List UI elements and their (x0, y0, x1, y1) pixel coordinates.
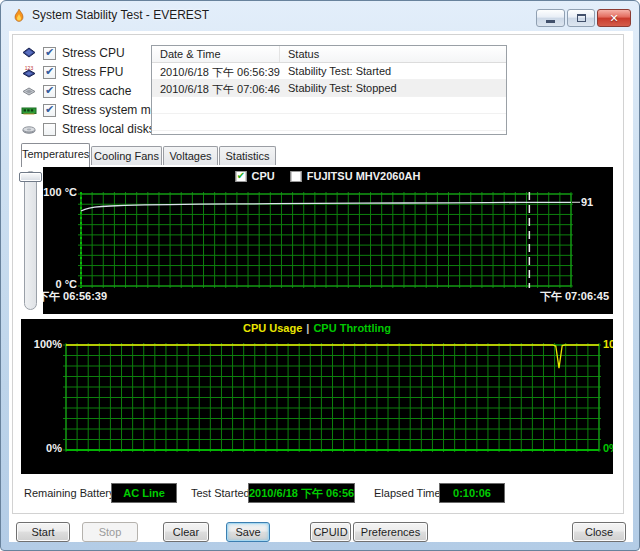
memory-icon (21, 102, 37, 118)
stress-cpu-checkbox[interactable] (43, 47, 56, 60)
column-header-datetime: Date & Time (152, 46, 280, 62)
elapsed-time-value: 0:10:06 (439, 483, 505, 503)
stress-fpu-option[interactable]: 123 Stress FPU (21, 64, 123, 80)
tab-temperatures[interactable]: Temperatures (21, 143, 90, 167)
flame-app-icon (11, 8, 27, 24)
app-window: System Stability Test - EVEREST ✕ Stress… (0, 0, 640, 551)
legend-item-cpu[interactable]: CPU (236, 170, 275, 182)
log-status: Stability Test: Stopped (280, 80, 506, 96)
elapsed-time-label: Elapsed Time: (374, 483, 444, 503)
cpuid-button[interactable]: CPUID (310, 522, 351, 542)
stress-cpu-option[interactable]: Stress CPU (21, 45, 125, 61)
stress-cache-label: Stress cache (62, 84, 131, 98)
usage-chart-title: CPU Usage|CPU Throttling (243, 322, 391, 334)
tab-voltages[interactable]: Voltages (163, 146, 218, 165)
event-log-table: Date & Time Status 2010/6/18 下午 06:56:39… (151, 45, 507, 135)
close-button[interactable]: ✕ (597, 9, 631, 27)
usage-right-min-label: 0% (603, 442, 613, 454)
temperature-legend: CPU FUJITSU MHV2060AH (236, 170, 421, 182)
disk-icon (21, 121, 37, 137)
preferences-button[interactable]: Preferences (353, 522, 428, 542)
log-status: Stability Test: Started (280, 63, 506, 79)
legend-item-fujitsu[interactable]: FUJITSU MHV2060AH (291, 170, 421, 182)
usage-title-separator: | (302, 322, 313, 334)
temperature-scale-slider-thumb[interactable] (19, 172, 42, 182)
temperature-scale-slider-track[interactable] (24, 171, 37, 310)
current-temperature-value: 91 (581, 196, 593, 208)
minimize-icon (546, 20, 555, 23)
y-axis-max-label: 100 °C (43, 186, 77, 198)
stress-disks-option[interactable]: Stress local disks (21, 121, 155, 137)
fpu-icon: 123 (21, 64, 37, 80)
stress-cache-checkbox[interactable] (43, 85, 56, 98)
stress-cache-option[interactable]: Stress cache (21, 83, 131, 99)
temperature-plot (43, 167, 613, 314)
table-row[interactable]: 2010/6/18 下午 07:06:46 Stability Test: St… (152, 80, 506, 97)
start-button[interactable]: Start (16, 522, 70, 542)
stress-disks-label: Stress local disks (62, 122, 155, 136)
x-axis-start-label: 下午 06:56:39 (43, 289, 107, 304)
table-row[interactable]: 2010/6/18 下午 06:56:39 Stability Test: St… (152, 63, 506, 80)
test-started-label: Test Started: (191, 483, 253, 503)
caption-buttons: ✕ (536, 9, 631, 27)
cpu-usage-plot (21, 319, 613, 474)
stress-fpu-label: Stress FPU (62, 65, 123, 79)
clear-button[interactable]: Clear (163, 522, 209, 542)
usage-title-cpu-usage: CPU Usage (243, 322, 302, 334)
title-bar: System Stability Test - EVEREST ✕ (1, 1, 639, 31)
usage-right-max-label: 100% (603, 338, 613, 350)
usage-left-max-label: 100% (21, 338, 62, 350)
table-row-empty (152, 114, 506, 131)
cpu-icon (21, 45, 37, 61)
usage-title-throttling: CPU Throttling (313, 322, 391, 334)
x-axis-end-label: 下午 07:06:45 (540, 289, 609, 304)
event-log-header: Date & Time Status (152, 46, 506, 63)
stop-button: Stop (82, 522, 138, 542)
table-row-empty (152, 131, 506, 135)
usage-left-min-label: 0% (21, 442, 62, 454)
maximize-icon (577, 14, 586, 22)
window-title: System Stability Test - EVEREST (32, 1, 209, 30)
close-dialog-button[interactable]: Close (572, 522, 626, 542)
legend-fujitsu-checkbox[interactable] (291, 171, 302, 182)
temperature-chart: CPU FUJITSU MHV2060AH 100 °C 0 °C 下午 06:… (43, 167, 613, 314)
log-datetime: 2010/6/18 下午 06:56:39 (152, 63, 280, 79)
maximize-button[interactable] (567, 9, 595, 27)
remaining-battery-label: Remaining Battery: (24, 483, 118, 503)
stress-disks-checkbox[interactable] (43, 123, 56, 136)
log-datetime: 2010/6/18 下午 07:06:46 (152, 80, 280, 96)
table-row-empty (152, 97, 506, 114)
stress-cpu-label: Stress CPU (62, 46, 125, 60)
minimize-button[interactable] (536, 9, 565, 27)
tab-statistics[interactable]: Statistics (219, 146, 276, 165)
legend-cpu-label: CPU (252, 170, 275, 182)
stress-fpu-checkbox[interactable] (43, 66, 56, 79)
remaining-battery-value: AC Line (111, 483, 177, 503)
column-header-status: Status (280, 46, 506, 62)
cache-icon (21, 83, 37, 99)
stress-memory-checkbox[interactable] (43, 104, 56, 117)
test-started-value: 2010/6/18 下午 06:56:39 (248, 483, 355, 503)
cpu-usage-chart: CPU Usage|CPU Throttling 100% 0% 100% 0% (21, 319, 613, 474)
close-icon: ✕ (609, 10, 618, 26)
client-area: Stress CPU 123 Stress FPU Stress cache S… (9, 31, 633, 542)
save-button[interactable]: Save (226, 522, 270, 542)
tab-cooling-fans[interactable]: Cooling Fans (91, 146, 162, 165)
legend-fujitsu-label: FUJITSU MHV2060AH (307, 170, 421, 182)
legend-cpu-checkbox[interactable] (236, 171, 247, 182)
